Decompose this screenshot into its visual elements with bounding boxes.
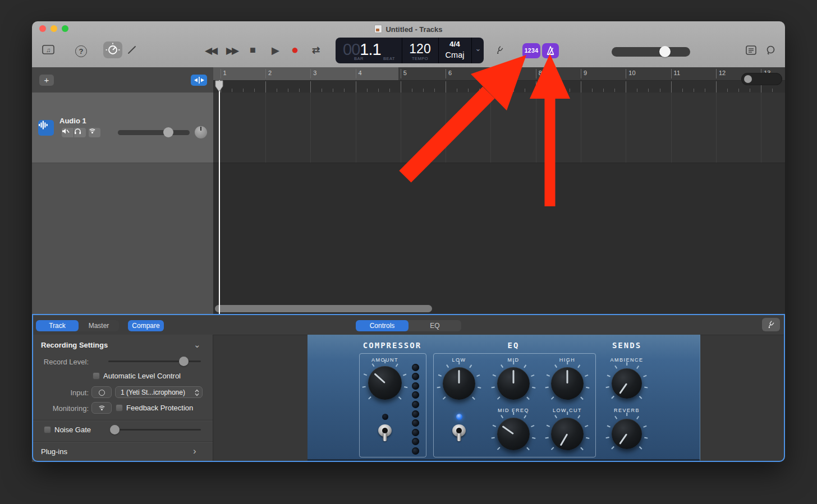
input-monitoring-button[interactable] <box>89 128 100 137</box>
mute-button[interactable] <box>62 128 74 137</box>
toolbar: Untitled - Tracks ♫ ? ◀◀ ▶▶ ■ ▶ ● ⇄ 001.… <box>32 21 785 68</box>
lcd-tempo-label: TEMPO <box>402 56 438 61</box>
track-name[interactable]: Audio 1 <box>59 117 86 125</box>
ruler-tick <box>502 89 502 92</box>
ambience-knob[interactable] <box>612 368 642 399</box>
ruler-tick <box>772 89 773 92</box>
tab-track[interactable]: Track <box>36 320 79 331</box>
knob-tick <box>513 411 514 415</box>
notepad-button[interactable] <box>746 45 756 55</box>
input-format-button[interactable] <box>91 386 112 398</box>
tab-controls[interactable]: Controls <box>356 320 408 331</box>
tracks-area[interactable] <box>213 93 785 314</box>
ruler-bar-number: 2 <box>265 69 272 78</box>
tab-eq[interactable]: EQ <box>408 320 461 331</box>
smart-controls-panel: Track Master Compare Controls EQ Recordi… <box>32 314 785 462</box>
catch-playhead-button[interactable] <box>191 75 207 86</box>
noise-gate-knob[interactable] <box>110 425 120 434</box>
play-button[interactable]: ▶ <box>272 44 279 57</box>
meter-led <box>412 410 419 418</box>
ruler-bar-number: 10 <box>626 69 635 78</box>
monitoring-icon <box>89 128 96 135</box>
track-volume-knob[interactable] <box>163 127 173 137</box>
noise-gate-checkbox[interactable] <box>44 426 51 433</box>
tuner-button-bottom[interactable] <box>762 318 780 331</box>
ruler-bar-number: 1 <box>221 69 227 78</box>
recording-settings-header[interactable]: Recording Settings <box>41 341 108 349</box>
record-button[interactable]: ● <box>291 43 299 57</box>
record-level-knob[interactable] <box>179 357 189 366</box>
ruler-tick <box>490 81 491 93</box>
amount-knob[interactable] <box>368 366 402 400</box>
lcd-tempo-value[interactable]: 120 <box>402 41 438 57</box>
ruler-tick <box>671 81 672 93</box>
tuner-button[interactable] <box>495 45 504 55</box>
knob-tick <box>567 411 568 415</box>
plugins-row[interactable]: Plug-ins <box>41 447 67 456</box>
reverb-knob[interactable] <box>612 419 642 449</box>
track-header-audio1[interactable]: Audio 1 <box>32 93 213 163</box>
feedback-protection-checkbox[interactable] <box>116 404 123 411</box>
knob-tick <box>644 437 648 438</box>
knob-tick <box>643 426 646 428</box>
ruler-tick <box>446 81 446 93</box>
lcd-time-signature[interactable]: 4/4 <box>438 40 471 48</box>
cycle-button[interactable]: ⇄ <box>312 44 320 56</box>
input-source-dropdown[interactable]: 1 (Yeti St...icrophone) <box>115 386 203 398</box>
master-volume-slider[interactable] <box>612 47 690 57</box>
ruler-tick <box>603 89 604 92</box>
ruler-tick <box>558 89 559 92</box>
editors-button[interactable] <box>127 45 137 55</box>
add-track-button[interactable]: + <box>39 75 54 86</box>
metronome-button[interactable] <box>542 43 559 58</box>
lcd-key[interactable]: Cmaj <box>438 50 471 59</box>
horizontal-zoom-slider[interactable] <box>742 73 782 85</box>
track-header-strip: + <box>32 67 214 93</box>
stop-button[interactable]: ■ <box>250 44 256 56</box>
ruler-tick <box>299 89 300 92</box>
track-headers-column: Audio 1 <box>32 93 214 314</box>
lcd-bar-label: BAR <box>354 56 364 61</box>
auto-level-checkbox[interactable] <box>93 372 100 380</box>
ruler-tick <box>637 89 637 92</box>
knob-tick <box>643 375 646 377</box>
knob-tick <box>639 446 642 449</box>
mid-freq-knob[interactable] <box>497 418 530 450</box>
tab-master[interactable]: Master <box>79 320 119 331</box>
low-cut-knob[interactable] <box>551 418 584 450</box>
high-knob[interactable] <box>551 367 584 400</box>
zoom-slider-knob[interactable] <box>744 75 752 83</box>
timeline-ruler[interactable]: 12345678910111213 <box>213 67 785 93</box>
loop-browser-button[interactable] <box>765 45 776 56</box>
noise-gate-slider[interactable] <box>110 429 201 431</box>
track-volume-slider[interactable] <box>118 130 190 135</box>
lcd-display[interactable]: 001.1 BAR BEAT 120 TEMPO 4/4 Cmaj ⌄ <box>336 38 484 63</box>
monitoring-button[interactable] <box>91 402 112 414</box>
compare-button[interactable]: Compare <box>128 320 164 331</box>
forward-button[interactable]: ▶▶ <box>226 45 237 57</box>
ruler-tick <box>333 89 333 92</box>
solo-button[interactable] <box>74 128 86 137</box>
quick-help-button[interactable]: ? <box>75 45 87 57</box>
chevron-down-icon[interactable]: ⌄ <box>194 340 201 350</box>
chevron-right-icon[interactable]: › <box>193 446 196 457</box>
playhead-marker[interactable] <box>215 80 223 92</box>
rewind-button[interactable]: ◀◀ <box>205 45 216 57</box>
audio1-track-lane[interactable] <box>213 93 785 163</box>
knob-tick <box>513 361 514 364</box>
eq-toggle-switch[interactable] <box>451 423 467 443</box>
lcd-chevron-icon[interactable]: ⌄ <box>472 44 484 53</box>
ruler-tick <box>232 89 232 92</box>
low-knob[interactable] <box>443 367 475 400</box>
smart-controls-button[interactable] <box>103 41 122 58</box>
pan-knob[interactable] <box>195 126 207 138</box>
master-volume-knob[interactable] <box>659 46 671 57</box>
compressor-toggle-switch[interactable] <box>377 423 393 443</box>
track-icon[interactable] <box>38 120 54 136</box>
mid-knob[interactable] <box>497 367 530 400</box>
media-browser-button[interactable]: ♫ <box>42 45 54 55</box>
count-in-button[interactable]: 1234 <box>522 43 540 58</box>
horizontal-scrollbar[interactable] <box>215 305 432 312</box>
knob-tick <box>607 375 611 377</box>
tuning-fork-icon <box>766 320 775 329</box>
